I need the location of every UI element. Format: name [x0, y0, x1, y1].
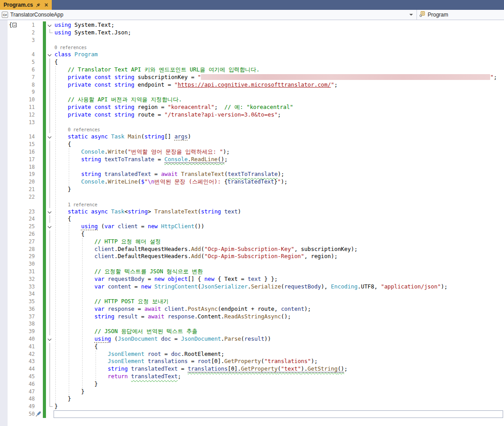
- fold-chevron-icon[interactable]: [48, 23, 51, 27]
- glyph-margin[interactable]: [8, 298, 22, 305]
- glyph-margin[interactable]: [8, 58, 22, 66]
- glyph-margin[interactable]: [8, 133, 22, 141]
- code-line[interactable]: [54, 320, 504, 328]
- code-line[interactable]: [54, 88, 504, 96]
- outlining-margin[interactable]: [46, 51, 54, 58]
- fold-chevron-icon[interactable]: [48, 53, 51, 56]
- glyph-margin[interactable]: [8, 380, 22, 388]
- code-line[interactable]: {: [54, 215, 504, 223]
- code-line[interactable]: Console.WriteLine($"\n번역된 문장 (스페인어): {tr…: [54, 178, 504, 186]
- tab-program-cs[interactable]: Program.cs ×: [0, 0, 52, 10]
- code-line[interactable]: string textToTranslate = Console.ReadLin…: [54, 156, 504, 163]
- code-line[interactable]: JsonElement translations = root[0].GetPr…: [54, 358, 504, 365]
- code-line[interactable]: private const string region = "koreacent…: [54, 104, 504, 111]
- glyph-margin[interactable]: [8, 328, 22, 335]
- code-line[interactable]: }: [54, 380, 504, 388]
- code-line[interactable]: string result = await response.Content.R…: [54, 313, 504, 321]
- glyph-margin[interactable]: [8, 44, 22, 51]
- glyph-margin[interactable]: [8, 343, 22, 351]
- code-line[interactable]: string translatedText = translations[0].…: [54, 365, 504, 373]
- glyph-margin[interactable]: [8, 373, 22, 380]
- glyph-margin[interactable]: [8, 260, 22, 268]
- code-line[interactable]: using (var client = new HttpClient()): [54, 223, 504, 230]
- glyph-margin[interactable]: [8, 148, 22, 156]
- fold-chevron-icon[interactable]: [48, 135, 51, 138]
- code-line[interactable]: var response = await client.PostAsync(en…: [54, 305, 504, 313]
- code-line[interactable]: string translatedText = await TranslateT…: [54, 171, 504, 178]
- code-line[interactable]: // Translator Text API 키와 엔드포인트 URL을 여기에…: [54, 66, 504, 74]
- code-line[interactable]: var requestBody = new object[] { new { T…: [54, 276, 504, 283]
- code-line[interactable]: private const string route = "/translate…: [54, 111, 504, 119]
- code-line[interactable]: using (JsonDocument doc = JsonDocument.P…: [54, 335, 504, 343]
- fold-chevron-icon[interactable]: [48, 209, 51, 213]
- glyph-margin[interactable]: [8, 104, 22, 111]
- glyph-margin[interactable]: [8, 268, 22, 276]
- project-dropdown[interactable]: C# TranslatorConsoleApp: [0, 10, 417, 20]
- pin-icon[interactable]: [35, 2, 41, 8]
- glyph-margin[interactable]: [8, 365, 22, 373]
- code-line[interactable]: {: [54, 343, 504, 351]
- codelens-label-cell[interactable]: 0 references: [54, 126, 504, 133]
- glyph-margin[interactable]: [8, 313, 22, 321]
- glyph-margin[interactable]: [8, 358, 22, 365]
- outlining-margin[interactable]: [46, 21, 54, 29]
- glyph-margin[interactable]: [8, 320, 22, 328]
- outlining-margin[interactable]: [46, 335, 54, 343]
- outlining-margin[interactable]: [46, 223, 54, 230]
- code-line[interactable]: // HTTP POST 요청 보내기: [54, 298, 504, 305]
- glyph-margin[interactable]: [8, 305, 22, 313]
- glyph-margin[interactable]: [8, 29, 22, 37]
- code-line[interactable]: [54, 119, 504, 126]
- glyph-margin[interactable]: [8, 276, 22, 283]
- code-editor[interactable]: {↵1using System.Text;2using System.Text.…: [0, 20, 504, 426]
- glyph-margin[interactable]: [8, 290, 22, 298]
- code-line[interactable]: client.DefaultRequestHeaders.Add("Ocp-Ap…: [54, 253, 504, 260]
- glyph-margin[interactable]: [8, 238, 22, 246]
- code-line[interactable]: }: [54, 395, 504, 403]
- glyph-margin[interactable]: [8, 88, 22, 96]
- glyph-margin[interactable]: [8, 208, 22, 216]
- code-line[interactable]: // 요청할 텍스트를 JSON 형식으로 변환: [54, 268, 504, 276]
- glyph-margin[interactable]: [8, 283, 22, 291]
- code-line[interactable]: {: [54, 230, 504, 238]
- code-line[interactable]: client.DefaultRequestHeaders.Add("Ocp-Ap…: [54, 246, 504, 253]
- code-line[interactable]: static async Task<string> TranslateText(…: [54, 208, 504, 216]
- glyph-margin[interactable]: [8, 66, 22, 74]
- code-line[interactable]: class Program: [54, 51, 504, 58]
- code-line[interactable]: using System.Text.Json;: [54, 29, 504, 37]
- glyph-margin[interactable]: [8, 395, 22, 403]
- code-line[interactable]: // JSON 응답에서 번역된 텍스트 추출: [54, 328, 504, 335]
- glyph-margin[interactable]: [8, 37, 22, 44]
- code-line[interactable]: [54, 163, 504, 171]
- glyph-margin[interactable]: [8, 230, 22, 238]
- glyph-margin[interactable]: [8, 388, 22, 396]
- code-line[interactable]: {: [54, 58, 504, 66]
- glyph-margin[interactable]: [8, 126, 22, 133]
- glyph-margin[interactable]: [8, 201, 22, 208]
- glyph-margin[interactable]: {↵: [8, 21, 22, 29]
- glyph-margin[interactable]: [8, 410, 22, 418]
- code-line[interactable]: return translatedText;: [54, 373, 504, 380]
- glyph-margin[interactable]: [8, 74, 22, 81]
- glyph-margin[interactable]: [8, 253, 22, 260]
- code-line[interactable]: Console.Write("번역할 영어 문장을 입력하세요: ");: [54, 148, 504, 156]
- outlining-margin[interactable]: [46, 133, 54, 141]
- code-line[interactable]: [54, 260, 504, 268]
- code-line[interactable]: [54, 37, 504, 44]
- fold-chevron-icon[interactable]: [48, 337, 51, 341]
- glyph-margin[interactable]: [8, 171, 22, 178]
- outlining-margin[interactable]: [46, 208, 54, 216]
- glyph-margin[interactable]: [8, 119, 22, 126]
- fold-chevron-icon[interactable]: [48, 225, 51, 228]
- code-line[interactable]: private const string subscriptionKey = "…: [54, 74, 504, 81]
- glyph-margin[interactable]: [8, 51, 22, 58]
- codelens-label-cell[interactable]: 1 reference: [54, 201, 504, 208]
- glyph-margin[interactable]: [8, 246, 22, 253]
- glyph-margin[interactable]: [8, 186, 22, 193]
- member-dropdown[interactable]: Program: [417, 10, 504, 20]
- quick-actions-screwdriver-icon[interactable]: [35, 411, 42, 419]
- glyph-margin[interactable]: [8, 96, 22, 104]
- code-line[interactable]: // 사용할 API 버전과 지역을 지정합니다.: [54, 96, 504, 104]
- code-line[interactable]: }: [54, 388, 504, 396]
- glyph-margin[interactable]: [8, 163, 22, 171]
